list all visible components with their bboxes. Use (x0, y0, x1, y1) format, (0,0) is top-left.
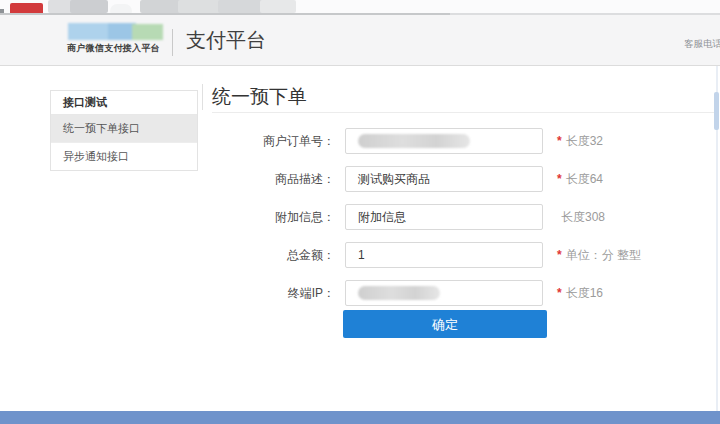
merchant-order-no-hint: *长度32 (557, 133, 603, 150)
form-row-extra-info: 附加信息： 附加信息 长度308 (212, 204, 641, 230)
total-amount-field[interactable]: 1 (345, 242, 543, 268)
hint-text: 长度32 (566, 134, 603, 148)
required-asterisk: * (557, 172, 562, 186)
form-row-merchant-order-no: 商户订单号： *长度32 (212, 128, 641, 154)
header-divider (172, 29, 173, 56)
merchant-order-no-field[interactable] (345, 128, 543, 154)
browser-tab-strip (0, 0, 720, 15)
logo-caption: 商户微信支付接入平台 (67, 42, 160, 55)
hint-text: 长度308 (561, 210, 605, 224)
sidebar-item-async-notify[interactable]: 异步通知接口 (51, 143, 197, 170)
total-amount-hint: *单位：分 整型 (557, 247, 641, 264)
hint-text: 单位：分 整型 (566, 248, 641, 262)
content-divider (202, 84, 203, 110)
redacted-value (358, 286, 440, 300)
bottom-bar (0, 411, 720, 424)
hint-text: 长度16 (566, 286, 603, 300)
sidebar-menu: 接口测试 统一预下单接口 异步通知接口 (50, 90, 198, 171)
merchant-order-no-label: 商户订单号： (212, 133, 345, 150)
title-rule (212, 112, 716, 113)
terminal-ip-hint: *长度16 (557, 285, 603, 302)
extra-info-field[interactable]: 附加信息 (345, 204, 543, 230)
blurred-tab[interactable] (140, 0, 182, 13)
form-row-product-description: 商品描述： 测试购买商品 *长度64 (212, 166, 641, 192)
hint-text: 长度64 (566, 172, 603, 186)
payment-platform-window: 商户微信支付接入平台 支付平台 客服电话 接口测试 统一预下单接口 异步通知接口… (0, 0, 720, 424)
product-description-label: 商品描述： (212, 171, 345, 188)
required-asterisk: * (557, 248, 562, 262)
terminal-ip-label: 终端IP： (212, 285, 345, 302)
sidebar-title: 接口测试 (51, 91, 197, 115)
page-title: 统一预下单 (212, 84, 307, 110)
required-asterisk: * (557, 286, 562, 300)
required-asterisk: * (557, 134, 562, 148)
sidebar-item-unified-preorder[interactable]: 统一预下单接口 (51, 115, 197, 143)
redacted-value (358, 134, 470, 148)
field-value: 1 (358, 248, 365, 262)
terminal-ip-field[interactable] (345, 280, 543, 306)
extra-info-label: 附加信息： (212, 209, 345, 226)
total-amount-label: 总金额： (212, 247, 345, 264)
blurred-tab[interactable] (178, 0, 222, 13)
field-value: 附加信息 (358, 209, 406, 226)
page-header: 商户微信支付接入平台 支付平台 客服电话 (0, 15, 720, 66)
product-description-hint: *长度64 (557, 171, 603, 188)
confirm-button[interactable]: 确定 (343, 310, 547, 338)
blurred-logo (68, 23, 163, 40)
service-phone-label: 客服电话 (684, 38, 720, 51)
scrollbar-thumb[interactable] (714, 92, 719, 130)
form-row-terminal-ip: 终端IP： *长度16 (212, 280, 641, 306)
product-description-field[interactable]: 测试购买商品 (345, 166, 543, 192)
blurred-tab[interactable] (218, 0, 264, 13)
blurred-tab[interactable] (70, 0, 108, 13)
site-title: 支付平台 (186, 27, 266, 54)
form-row-total-amount: 总金额： 1 *单位：分 整型 (212, 242, 641, 268)
blurred-tab[interactable] (260, 0, 296, 13)
unified-preorder-form: 商户订单号： *长度32 商品描述： 测试购买商品 *长度64 附加信息： 附加… (212, 128, 641, 318)
extra-info-hint: 长度308 (557, 209, 605, 226)
field-value: 测试购买商品 (358, 171, 430, 188)
